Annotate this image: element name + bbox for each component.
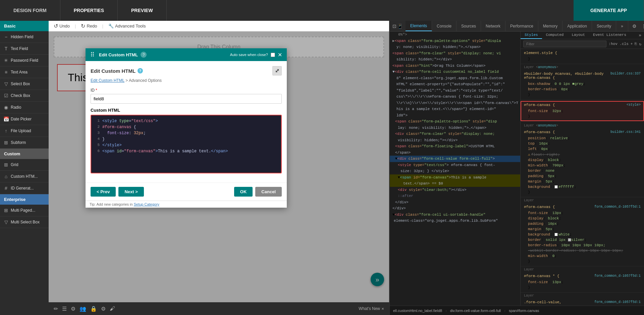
devtools-tab-more[interactable]: » [616,21,628,31]
advanced-tools-button[interactable]: 🔧 Advanced Tools [108,23,146,29]
breadcrumb-3[interactable]: span#form-canvas [509,309,539,313]
tip-bar: Tip: Add new categories in Setup Categor… [86,201,287,208]
styles-refresh-icon[interactable]: ↻ [639,42,641,46]
breadcrumb-2[interactable]: div.form-cell-value.form-cell-full [450,309,501,313]
devtools-tab-console[interactable]: Console [432,21,457,31]
sidebar-item-multi-select-box[interactable]: ▽ Multi Select Box [0,216,49,228]
html-line: <span class="form-palette-options" style… [390,118,520,125]
modal-help-circle-icon[interactable]: ? [138,68,143,73]
styles-tab-styles[interactable]: Styles [521,32,542,39]
sidebar-item-text-field[interactable]: T Text Field [0,43,49,55]
autosave-checkbox[interactable] [271,53,275,57]
redo-button[interactable]: ↻ Redo [81,23,97,29]
modal-help-icon[interactable]: ? [141,52,147,58]
devtools-styles-panel: Styles Computed Layout Event Listeners »… [521,32,644,306]
layer-label-1: Layer <anonymous> [521,64,644,70]
sidebar-item-date-picker[interactable]: 📅 Date Picker [0,113,49,125]
styles-copy-icon[interactable]: ⎘ [635,42,637,46]
next-button[interactable]: Next > [118,187,144,197]
styles-section-2: #form-canvas { builder.css:341 position:… [521,128,644,197]
expand-button[interactable]: ⤢ [272,66,282,75]
gear-bottom-icon[interactable]: ⚙ [101,306,106,312]
sidebar-item-select-box[interactable]: ▽ Select Box [0,78,49,90]
tab-design-form[interactable]: DESIGN FORM [0,0,60,21]
source-link-4[interactable]: form_common_d-1057f5d:1 [594,274,641,279]
html-line-selected[interactable]: ▼<div class="form-cell-value form-cell-f… [390,156,520,162]
modal-close-button[interactable]: ✕ [278,52,282,58]
code-line-3: 3 font-size: 32px; [94,130,278,136]
cancel-button[interactable]: Cancel [255,187,282,197]
custom-html-form-group: Custom HTML 1 <style type="text/css"> 2 … [91,108,282,173]
users-bottom-icon[interactable]: 👥 [79,306,86,312]
devtools-tab-performance[interactable]: Performance [505,21,538,31]
devtools-inspect-icon[interactable]: ⊡ [392,23,396,29]
whats-new-close-icon[interactable]: ✕ [381,307,384,311]
sidebar-item-multi-paged[interactable]: ⊞ Multi Paged... [0,205,49,216]
devtools-settings-icon[interactable]: ⚙ [631,23,638,30]
anonymous-link-2[interactable]: anonymous [538,124,556,127]
list-bottom-icon[interactable]: ☰ [62,306,67,312]
tab-properties[interactable]: PROPERTIES [60,0,118,21]
sidebar-item-password-field[interactable]: ✳ Password Field [0,55,49,66]
text-area-icon: ≡ [3,69,9,75]
breadcrumb-1[interactable]: ell.customHtml.no_label.field8 [393,309,442,313]
styles-tab-layout[interactable]: Layout [568,32,589,39]
sidebar-item-id-generator[interactable]: # ID Generat... [0,182,49,194]
prev-button[interactable]: < Prev [91,187,116,197]
devtools-tab-application[interactable]: Application [562,21,592,31]
styles-new-rule-icon[interactable]: + [631,42,633,46]
sidebar-item-subform[interactable]: ⊞ Subform [0,137,49,149]
sidebar-item-radio[interactable]: ◉ Radio [0,102,49,113]
devtools-tab-network[interactable]: Network [481,21,505,31]
source-link-highlighted[interactable]: <style> [627,103,641,108]
devtools-more-icon[interactable]: ⋮ [640,23,644,30]
html-line: <span class="hint">Drag This Column</spa… [390,63,520,69]
anonymous-link-1[interactable]: anonymous [538,65,556,69]
hidden-field-icon: − [3,34,9,40]
devtools-tab-security[interactable]: Security [592,21,616,31]
devtools-bottom-bar: ell.customHtml.no_label.field8 › div.for… [390,306,644,315]
id-input[interactable] [91,94,282,104]
ok-button[interactable]: OK [234,187,253,197]
source-link-5[interactable]: form_common_d-1057f5d:1 [594,300,641,306]
settings-bottom-icon[interactable]: ⚙ [71,306,75,312]
devtools-device-icon[interactable]: 📱 [397,23,403,29]
code-line-5: 5 </style> [94,142,278,148]
styles-more-icon[interactable]: » [639,33,641,38]
html-line: "fields8","label":"","value":"<style typ… [390,88,520,94]
text-field-icon: T [3,46,9,51]
source-link-3[interactable]: form_common_d-1057f5d:1 [594,205,641,210]
html-line-highlight[interactable]: ▼<span id="form-canvas">This is a sample [390,174,520,181]
lock-bottom-icon[interactable]: 🔒 [90,306,97,312]
sidebar-item-grid[interactable]: ⊞ Grid [0,159,49,171]
styles-section-1: #builder-body #canvas, #builder-body #fo… [521,70,644,100]
brush-bottom-icon[interactable]: 🖌 [110,306,115,312]
tab-generate-app[interactable]: GENERATE APP [574,0,644,21]
undo-button[interactable]: ↺ Undo [54,23,70,29]
sidebar-item-file-upload[interactable]: ↑ File Upload [0,125,49,137]
breadcrumb-main-link[interactable]: Edit Custom HTML [91,78,124,83]
sidebar-item-custom-html[interactable]: ⌂ Custom HTM... [0,171,49,182]
source-link-2[interactable]: builder.css:341 [610,130,641,136]
code-section-title: Custom HTML [91,108,282,113]
styles-tab-event-listeners[interactable]: Event Listeners [589,32,630,39]
tab-preview[interactable]: PREVIEW [118,0,167,21]
devtools-tab-sources[interactable]: Sources [457,21,481,31]
setup-category-link[interactable]: Setup Category [134,202,159,206]
html-line: </span> [390,150,520,156]
styles-filter-input[interactable] [523,41,606,47]
drag-handle-icon[interactable]: ⠿ [90,51,95,58]
styles-tab-computed[interactable]: Computed [542,32,568,39]
html-line: lay: none; visibility: hidden;">…</span> [390,125,520,131]
edit-bottom-icon[interactable]: ✏ [54,306,58,312]
multi-select-box-icon: ▽ [3,219,9,225]
devtools-tab-memory[interactable]: Memory [538,21,562,31]
sidebar-item-check-box[interactable]: ☑ Check Box [0,90,49,102]
code-editor[interactable]: 1 <style type="text/css"> 2 #form-canvas… [91,115,282,173]
html-line: sibility: hidden;"></div> [390,56,520,63]
sidebar-item-text-area[interactable]: ≡ Text Area [0,66,49,78]
whats-new-tab[interactable]: What's New ✕ [359,306,384,311]
devtools-tab-elements[interactable]: Elements [406,21,432,31]
source-link-1[interactable]: builder.css:337 [610,72,641,81]
sidebar-item-hidden-field[interactable]: − Hidden Field [0,31,49,43]
